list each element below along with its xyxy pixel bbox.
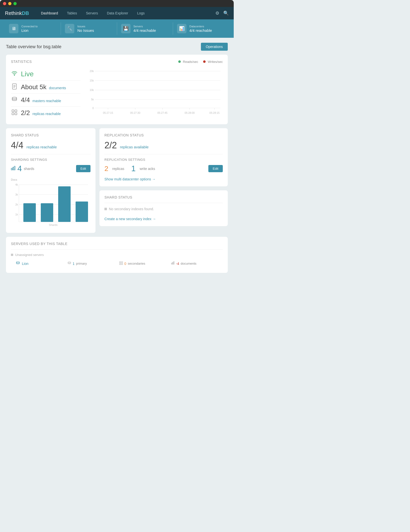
replication-values: 2 replicas 1 write acks <box>104 164 155 173</box>
replication-status-card: Replication status 2/2 replicas availabl… <box>99 128 228 186</box>
shard-suffix: replicas reachable <box>27 145 57 149</box>
svg-text:0: 0 <box>92 107 94 110</box>
replication-edit-button[interactable]: Edit <box>208 165 223 172</box>
statistics-chart: 20k 15k 10k 5k 0 05:27:15 05:27:30 05:27… <box>86 68 223 117</box>
writes-dot <box>203 60 206 63</box>
document-icon <box>11 83 18 91</box>
connection-text: Connected to Lion <box>21 25 38 33</box>
servers-card: Servers used by this table Unassigned se… <box>6 237 228 273</box>
documents-count: -4 <box>176 262 179 266</box>
maximize-btn[interactable] <box>13 2 17 5</box>
replication-count: 2/2 <box>104 140 117 150</box>
svg-rect-8 <box>12 113 14 115</box>
svg-rect-32 <box>14 166 15 170</box>
secondaries-label: secondaries <box>128 262 145 265</box>
svg-point-5 <box>12 97 17 99</box>
svg-rect-54 <box>171 263 172 264</box>
shards-label: shards <box>24 167 34 171</box>
svg-text:5k: 5k <box>91 98 94 101</box>
servers-value: 4/4 reachable <box>134 28 156 33</box>
nav-logs[interactable]: Logs <box>133 7 149 19</box>
sharding-edit-button[interactable]: Edit <box>76 165 91 172</box>
svg-text:2k: 2k <box>15 203 18 206</box>
status-bar: 🖥 Connected to Lion 🔧 Issues No Issues 💾… <box>0 19 234 38</box>
wifi-icon <box>11 71 18 78</box>
svg-rect-7 <box>15 110 17 112</box>
svg-text:05:27:15: 05:27:15 <box>103 112 113 114</box>
reads-dot <box>178 60 181 63</box>
secondary-indexes-card: Shard status No secondary indexes found.… <box>99 190 228 226</box>
create-secondary-index-link[interactable]: Create a new secondary index → <box>104 217 156 221</box>
stat-replicas: 2/2 replicas reachable <box>11 107 81 119</box>
svg-text:Shards: Shards <box>49 223 58 226</box>
settings-icon[interactable]: ⚙ <box>215 10 219 16</box>
secondaries-count: 0 <box>124 262 126 266</box>
brand: RethinkDB <box>5 10 29 16</box>
svg-rect-52 <box>120 264 121 265</box>
issues-value: No Issues <box>77 28 94 33</box>
shard-status-value: 4/4 replicas reachable <box>11 140 91 151</box>
show-multi-datacenter-link[interactable]: Show multi datacenter options → <box>104 177 155 181</box>
servers-text: Servers 4/4 reachable <box>134 25 156 33</box>
titlebar <box>0 0 234 7</box>
svg-text:05:28:00: 05:28:00 <box>184 112 195 114</box>
svg-rect-46 <box>76 202 88 222</box>
svg-text:05:27:30: 05:27:30 <box>130 112 140 114</box>
replication-status-value: 2/2 replicas available <box>104 140 223 151</box>
stat-live: Live <box>11 68 81 81</box>
search-icon[interactable]: 🔍 <box>223 10 229 16</box>
sharding-settings-label: Sharding settings <box>11 158 91 162</box>
shard-status-title: Shard status <box>11 133 91 137</box>
shard-bar-chart: Docs 4k 3k 2k 1k <box>11 178 91 228</box>
table-row: Lion 1 primary <box>11 259 223 268</box>
svg-rect-44 <box>41 203 53 222</box>
svg-text:1k: 1k <box>15 213 18 216</box>
nav-dashboard[interactable]: Dashboard <box>37 7 63 19</box>
svg-point-0 <box>14 75 15 76</box>
page-header: Table overview for bsg.table Operations <box>6 43 228 51</box>
two-col-layout: Shard status 4/4 replicas reachable Shar… <box>6 128 228 233</box>
statistics-title: Statistics <box>11 60 32 64</box>
shards-value: 4 shards <box>11 164 34 173</box>
replication-settings-row: 2 replicas 1 write acks Edit <box>104 164 223 173</box>
server-name-text: Lion <box>22 262 28 266</box>
datacenters-label: Datacenters <box>189 25 212 28</box>
write-acks-label: write acks <box>140 167 155 171</box>
nav-servers[interactable]: Servers <box>82 7 102 19</box>
stats-left: Live About 5k documents <box>11 68 81 119</box>
shards-icon <box>11 166 15 171</box>
datacenters-value: 4/4 reachable <box>189 28 212 33</box>
svg-rect-53 <box>122 264 123 265</box>
primary-count: 1 <box>73 262 75 266</box>
main-content: Table overview for bsg.table Operations … <box>0 38 234 278</box>
replication-settings-label: Replication settings <box>104 158 223 162</box>
masters-count: 4/4 masters reachable <box>21 96 61 104</box>
shard-status-card: Shard status 4/4 replicas reachable Shar… <box>6 128 95 233</box>
servers-title: Servers used by this table <box>11 242 223 246</box>
svg-rect-56 <box>174 261 174 264</box>
status-datacenters: 📊 Datacenters 4/4 reachable <box>173 22 229 35</box>
stat-masters: 4/4 masters reachable <box>11 94 81 107</box>
svg-text:3k: 3k <box>15 193 18 196</box>
close-btn[interactable] <box>3 2 6 5</box>
svg-text:4k: 4k <box>15 183 18 186</box>
server-name[interactable]: Lion <box>16 261 68 266</box>
status-servers: 💾 Servers 4/4 reachable <box>117 22 173 35</box>
stat-docs: About 5k documents <box>11 81 81 94</box>
replication-status-title: Replication status <box>104 133 223 137</box>
replicas-count: 2 <box>104 165 108 173</box>
svg-rect-50 <box>120 262 121 263</box>
right-column: Replication status 2/2 replicas availabl… <box>99 128 228 233</box>
svg-rect-31 <box>13 167 14 170</box>
unassigned-icon <box>11 254 13 256</box>
svg-rect-55 <box>173 262 173 264</box>
no-index-message: No secondary indexes found. <box>104 207 223 211</box>
svg-text:05:28:15: 05:28:15 <box>209 112 220 114</box>
nav-data-explorer[interactable]: Data Explorer <box>102 7 133 19</box>
replicas-count: 2/2 replicas reachable <box>21 109 61 117</box>
minimize-btn[interactable] <box>8 2 11 5</box>
operations-button[interactable]: Operations <box>201 43 228 51</box>
nav-tables[interactable]: Tables <box>62 7 81 19</box>
servers-label: Servers <box>134 25 156 28</box>
layers-icon <box>11 97 18 103</box>
